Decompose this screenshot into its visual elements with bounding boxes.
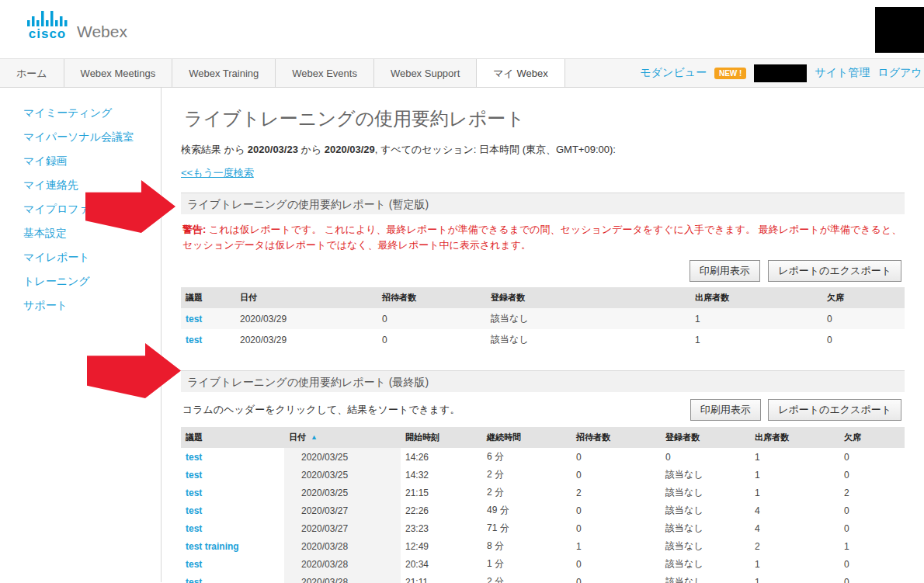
- logout-link[interactable]: ログアウト: [877, 66, 924, 80]
- sidebar-item-my-reports[interactable]: マイレポート: [23, 251, 161, 265]
- topic-cell: test: [181, 308, 235, 329]
- tab-webex-events[interactable]: Webex Events: [276, 59, 374, 87]
- print-view-button[interactable]: 印刷用表示: [690, 399, 761, 421]
- sidebar: マイミーティング マイパーソナル会議室 マイ録画 マイ連絡先 マイプロファイル …: [0, 88, 162, 582]
- primary-nav: ホーム Webex Meetings Webex Training Webex …: [0, 58, 924, 88]
- tab-webex-support[interactable]: Webex Support: [374, 59, 477, 87]
- cell: 該当なし: [661, 466, 750, 484]
- cell: 2: [571, 484, 661, 501]
- cisco-bridge-icon: [27, 11, 68, 26]
- sort-ascending-icon: ▲: [311, 433, 318, 441]
- column-header-6[interactable]: 登録者数: [661, 427, 750, 448]
- session-topic-link[interactable]: test: [186, 559, 202, 570]
- cell: 6 分: [482, 448, 571, 466]
- page-title: ライブトレーニングの使用要約レポート: [184, 106, 905, 131]
- topic-cell: test: [181, 501, 284, 519]
- session-topic-link[interactable]: test: [186, 314, 202, 324]
- column-header-1[interactable]: 議題: [181, 287, 235, 308]
- final-report-table: 議題日付▲開始時刻継続時間招待者数登録者数出席者数欠席test2020/03/2…: [181, 427, 905, 583]
- provisional-report-section: ライブトレーニングの使用要約レポート (暫定版) 警告: これは仮レポートです。…: [181, 193, 905, 350]
- export-report-button[interactable]: レポートのエクスポート: [768, 399, 901, 421]
- column-header-4[interactable]: 継続時間: [482, 427, 571, 448]
- warning-label: 警告:: [182, 224, 206, 235]
- cell: 22:26: [401, 501, 482, 519]
- session-topic-link[interactable]: test: [186, 488, 202, 498]
- cell: 0: [571, 501, 661, 519]
- topic-cell: test: [181, 484, 284, 501]
- modern-view-link[interactable]: モダンビュー: [640, 66, 707, 80]
- column-header-3[interactable]: 開始時刻: [401, 427, 482, 448]
- cell: 2020/03/28: [284, 537, 401, 555]
- provisional-warning: 警告: これは仮レポートです。 これにより、最終レポートが準備できるまでの間、セ…: [182, 222, 905, 253]
- report-row: test2020/03/2521:152 分2該当なし12: [181, 484, 905, 501]
- cell: 2020/03/27: [284, 519, 401, 537]
- cell: 該当なし: [661, 501, 750, 519]
- sidebar-item-training[interactable]: トレーニング: [23, 275, 161, 289]
- print-view-button[interactable]: 印刷用表示: [690, 260, 760, 282]
- session-topic-link[interactable]: test training: [186, 541, 239, 552]
- tab-home[interactable]: ホーム: [0, 59, 64, 87]
- search-summary-middle: から: [298, 144, 325, 155]
- site-admin-link[interactable]: サイト管理: [815, 66, 870, 80]
- cell: 0: [377, 329, 486, 350]
- cisco-logo: cisco: [27, 11, 68, 40]
- cell: 該当なし: [661, 573, 750, 583]
- cell: 1: [750, 573, 839, 583]
- session-topic-link[interactable]: test: [186, 452, 202, 463]
- tab-webex-training[interactable]: Webex Training: [172, 59, 276, 87]
- cell: 2 分: [482, 466, 571, 484]
- cell: 該当なし: [486, 329, 690, 350]
- export-report-button[interactable]: レポートのエクスポート: [768, 260, 901, 282]
- column-header-1[interactable]: 議題: [181, 427, 284, 448]
- column-header-2[interactable]: 日付: [235, 287, 377, 308]
- column-header-5[interactable]: 出席者数: [690, 287, 822, 308]
- cell: 21:11: [401, 573, 482, 583]
- cell: 0: [571, 448, 661, 466]
- cell: 1: [690, 308, 822, 329]
- cell: 0: [571, 466, 661, 484]
- session-topic-link[interactable]: test: [186, 470, 202, 481]
- report-row: test2020/03/2722:2649 分0該当なし40: [181, 501, 905, 519]
- column-header-3[interactable]: 招待者数: [377, 287, 486, 308]
- search-again-link[interactable]: <<もう一度検索: [181, 166, 254, 180]
- session-topic-link[interactable]: test: [186, 335, 202, 345]
- tab-my-webex[interactable]: マイ Webex: [477, 59, 564, 88]
- header-row: 議題日付招待者数登録者数出席者数欠席: [181, 287, 905, 308]
- session-topic-link[interactable]: test: [186, 505, 202, 516]
- report-row: test2020/03/2723:2371 分0該当なし40: [181, 519, 905, 537]
- cell: 1: [571, 537, 661, 555]
- topic-cell: test: [181, 329, 235, 350]
- column-header-2[interactable]: 日付▲: [284, 427, 401, 448]
- column-header-6[interactable]: 欠席: [822, 287, 905, 308]
- cell: 1 分: [482, 555, 571, 573]
- column-header-8[interactable]: 欠席: [839, 427, 905, 448]
- column-header-7[interactable]: 出席者数: [750, 427, 839, 448]
- cell: 2: [839, 484, 905, 501]
- column-header-4[interactable]: 登録者数: [486, 287, 690, 308]
- cell: 14:32: [401, 466, 482, 484]
- session-topic-link[interactable]: test: [186, 577, 202, 583]
- topic-cell: test: [181, 466, 284, 484]
- warning-text: これは仮レポートです。 これにより、最終レポートが準備できるまでの間、セッション…: [182, 224, 901, 251]
- cell: 該当なし: [661, 484, 750, 501]
- search-date-from: 2020/03/23: [248, 144, 298, 155]
- sidebar-item-my-meetings[interactable]: マイミーティング: [23, 106, 161, 120]
- cell: 0: [839, 466, 905, 484]
- cell: 0: [571, 555, 661, 573]
- sidebar-item-my-recordings[interactable]: マイ録画: [23, 154, 161, 168]
- sidebar-item-support[interactable]: サポート: [23, 299, 161, 313]
- cell: 0: [839, 501, 905, 519]
- sidebar-item-my-contacts[interactable]: マイ連絡先: [23, 179, 161, 193]
- cell: 2020/03/28: [284, 573, 401, 583]
- cell: 0: [571, 573, 661, 583]
- sidebar-item-personal-room[interactable]: マイパーソナル会議室: [23, 130, 161, 144]
- report-row: test2020/03/290該当なし10: [181, 329, 905, 350]
- report-row: test training2020/03/2812:498 分1該当なし21: [181, 537, 905, 555]
- cell: 2 分: [482, 573, 571, 583]
- session-topic-link[interactable]: test: [186, 523, 202, 534]
- tab-webex-meetings[interactable]: Webex Meetings: [64, 59, 173, 87]
- cisco-wordmark: cisco: [29, 27, 66, 40]
- report-content: ライブトレーニングの使用要約レポート 検索結果 から 2020/03/23 から…: [181, 88, 905, 582]
- column-header-5[interactable]: 招待者数: [571, 427, 661, 448]
- cell: 2020/03/29: [235, 329, 377, 350]
